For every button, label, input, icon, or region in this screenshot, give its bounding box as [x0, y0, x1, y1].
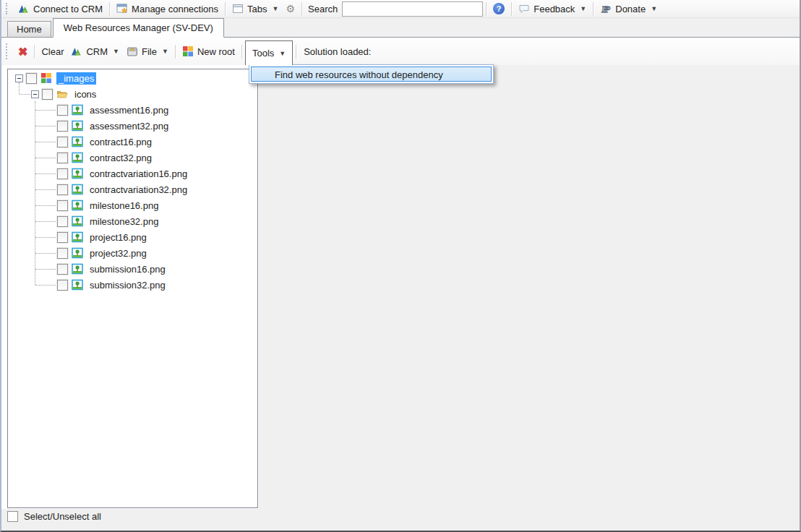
- toolbar-grip[interactable]: [6, 43, 10, 59]
- image-file-icon: [72, 168, 83, 179]
- tree-node-file[interactable]: project16.png: [8, 229, 257, 245]
- toolbar-grip[interactable]: [6, 3, 10, 14]
- manage-connections-button[interactable]: Manage connections: [113, 1, 222, 16]
- toolbar-separator: [225, 2, 226, 16]
- tree-node-file[interactable]: contractvariation16.png: [8, 166, 257, 181]
- tree-node-file[interactable]: milestone32.png: [8, 213, 257, 229]
- connect-to-crm-button[interactable]: Connect to CRM: [14, 1, 106, 16]
- image-file-icon: [72, 247, 83, 259]
- tree-node-label[interactable]: contractvariation16.png: [87, 168, 189, 180]
- chevron-down-icon: ▼: [113, 48, 119, 55]
- tree-node-label[interactable]: contract16.png: [87, 136, 154, 148]
- gear-icon: ⚙: [286, 3, 295, 14]
- toolbar-separator: [34, 45, 35, 59]
- feedback-label: Feedback: [534, 4, 575, 14]
- feedback-bubble-icon: [518, 3, 530, 14]
- close-plugin-button[interactable]: ✖: [14, 43, 31, 60]
- tab-home[interactable]: Home: [7, 21, 51, 37]
- toolbar-separator: [296, 45, 296, 59]
- select-unselect-all-checkbox[interactable]: [7, 511, 18, 522]
- settings-gear-button[interactable]: ⚙: [282, 1, 299, 16]
- tree-node-checkbox[interactable]: [57, 168, 68, 179]
- crm-logo-icon: [71, 46, 82, 57]
- tree-node-checkbox[interactable]: [57, 264, 68, 275]
- tree-node-label[interactable]: contractvariation32.png: [87, 184, 189, 196]
- tabs-button[interactable]: Tabs ▼: [228, 1, 282, 16]
- tree-node-label[interactable]: milestone16.png: [87, 200, 160, 212]
- tree-node-checkbox[interactable]: [57, 105, 68, 116]
- manage-connections-label: Manage connections: [132, 4, 218, 14]
- tree-node-checkbox[interactable]: [57, 184, 68, 195]
- tree-node-file[interactable]: milestone16.png: [8, 197, 257, 213]
- tab-web-resources-manager[interactable]: Web Resources Manager (SV-DEV): [53, 18, 224, 38]
- collapse-expander-icon[interactable]: [31, 90, 39, 98]
- tools-dropdown-button[interactable]: Tools ▼: [245, 40, 293, 65]
- tree-node-label[interactable]: contract32.png: [87, 152, 154, 164]
- new-root-squares-icon: [182, 46, 194, 57]
- tree-node-checkbox[interactable]: [57, 121, 68, 132]
- new-root-button[interactable]: New root: [179, 44, 239, 59]
- tree-node-checkbox[interactable]: [42, 89, 53, 100]
- tree-node-file[interactable]: submission16.png: [8, 261, 257, 277]
- clear-button[interactable]: Clear: [38, 45, 67, 59]
- chevron-down-icon: ▼: [273, 5, 279, 12]
- tree-node-folder[interactable]: icons: [8, 86, 257, 102]
- crm-label: CRM: [86, 46, 108, 57]
- menu-item-find-web-resources[interactable]: Find web resources without dependency: [251, 66, 492, 82]
- tree-node-label[interactable]: assessment16.png: [87, 104, 171, 116]
- image-file-icon: [72, 184, 83, 195]
- tree-node-checkbox[interactable]: [57, 280, 68, 291]
- tools-dropdown-menu: Find web resources without dependency: [249, 64, 494, 84]
- collapse-expander-icon[interactable]: [15, 74, 23, 82]
- tree-node-root[interactable]: _images: [8, 70, 257, 86]
- tree-node-label[interactable]: submission32.png: [87, 279, 168, 291]
- paypal-donate-icon: P P: [600, 3, 612, 14]
- image-file-icon: [72, 231, 83, 243]
- connect-to-crm-label: Connect to CRM: [33, 4, 103, 14]
- tree-node-checkbox[interactable]: [57, 248, 68, 259]
- tree-node-file[interactable]: project32.png: [8, 245, 257, 261]
- donate-button[interactable]: P P Donate ▼: [596, 1, 661, 16]
- tree-node-label[interactable]: icons: [72, 88, 98, 100]
- tree-node-label[interactable]: milestone32.png: [87, 215, 160, 228]
- web-resources-tree-panel[interactable]: _images icons: [7, 69, 258, 508]
- tree-node-checkbox[interactable]: [57, 153, 68, 163]
- close-x-icon: ✖: [18, 45, 27, 59]
- tree-node-label[interactable]: _images: [56, 72, 96, 85]
- tree-node-checkbox[interactable]: [57, 216, 68, 227]
- file-label: File: [142, 46, 157, 57]
- svg-text:P: P: [604, 4, 611, 14]
- toolbar-separator: [593, 2, 594, 16]
- feedback-button[interactable]: Feedback ▼: [515, 1, 590, 16]
- clear-label: Clear: [41, 46, 64, 57]
- tree-node-label[interactable]: project32.png: [87, 247, 149, 259]
- select-all-row: Select/Unselect all: [7, 511, 101, 522]
- tree-node-file[interactable]: assessment32.png: [8, 118, 257, 134]
- tree-node-checkbox[interactable]: [57, 137, 68, 147]
- connections-window-icon: [116, 3, 128, 14]
- help-icon: ?: [493, 3, 505, 14]
- tree-node-checkbox[interactable]: [57, 232, 68, 243]
- main-toolbar: Connect to CRM Manage connections Tabs ▼…: [1, 0, 800, 18]
- tree-node-label[interactable]: project16.png: [87, 231, 149, 244]
- toolbar-separator: [511, 2, 512, 16]
- search-input[interactable]: [342, 1, 483, 17]
- tree-node-file[interactable]: contractvariation32.png: [8, 181, 257, 197]
- tabs-label: Tabs: [247, 4, 267, 14]
- tree-node-label[interactable]: assessment32.png: [87, 120, 171, 132]
- chevron-down-icon: ▼: [580, 5, 586, 12]
- help-button[interactable]: ?: [489, 1, 508, 16]
- crm-logo-icon: [18, 3, 30, 14]
- crm-dropdown-button[interactable]: CRM ▼: [67, 44, 123, 59]
- donate-label: Donate: [615, 4, 646, 14]
- tree-node-file[interactable]: assessment16.png: [8, 102, 257, 118]
- tree-node-checkbox[interactable]: [26, 73, 37, 84]
- tree-node-checkbox[interactable]: [57, 200, 68, 211]
- tree-node-file[interactable]: contract32.png: [8, 150, 257, 166]
- app-window: Connect to CRM Manage connections Tabs ▼…: [0, 0, 801, 532]
- plugin-toolbar: ✖ Clear CRM ▼ File ▼: [1, 38, 800, 65]
- tree-node-label[interactable]: submission16.png: [87, 263, 168, 275]
- file-dropdown-button[interactable]: File ▼: [123, 44, 172, 59]
- tree-node-file[interactable]: contract16.png: [8, 134, 257, 150]
- tree-node-file[interactable]: submission32.png: [8, 277, 257, 293]
